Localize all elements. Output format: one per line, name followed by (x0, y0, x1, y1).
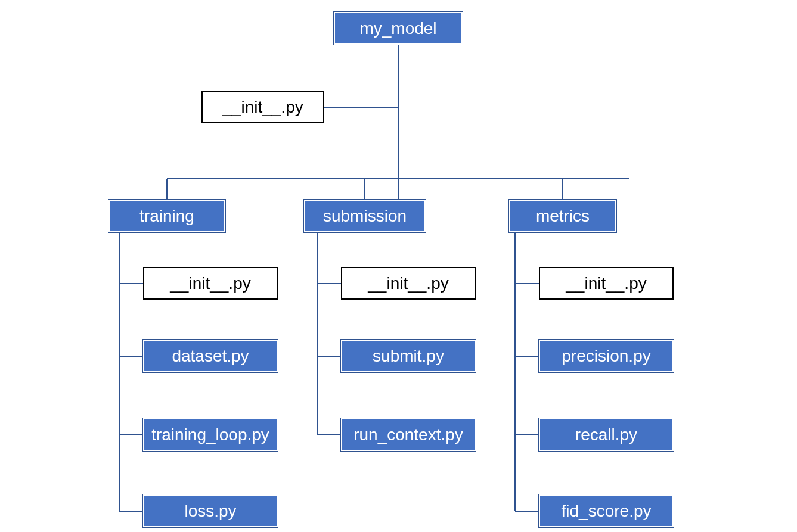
training-dataset-file: dataset.py (143, 340, 278, 372)
submission-run-context-file: run_context.py (341, 418, 476, 451)
metrics-fid-score-file: fid_score.py (539, 494, 674, 527)
submission-submit-file: submit.py (341, 340, 476, 372)
metrics-folder: metrics (509, 200, 616, 232)
training-loop-file: training_loop.py (143, 418, 278, 451)
training-init-file: __init__.py (143, 267, 278, 300)
metrics-precision-file: precision.py (539, 340, 674, 372)
training-loss-file: loss.py (143, 494, 278, 527)
metrics-recall-file: recall.py (539, 418, 674, 451)
training-folder: training (108, 200, 225, 232)
submission-folder: submission (304, 200, 426, 232)
connector-lines (0, 0, 797, 532)
submission-init-file: __init__.py (341, 267, 476, 300)
diagram-container: my_model __init__.py training __init__.p… (0, 0, 797, 532)
metrics-init-file: __init__.py (539, 267, 674, 300)
root-init-file: __init__.py (201, 91, 324, 123)
root-folder: my_model (334, 12, 463, 45)
